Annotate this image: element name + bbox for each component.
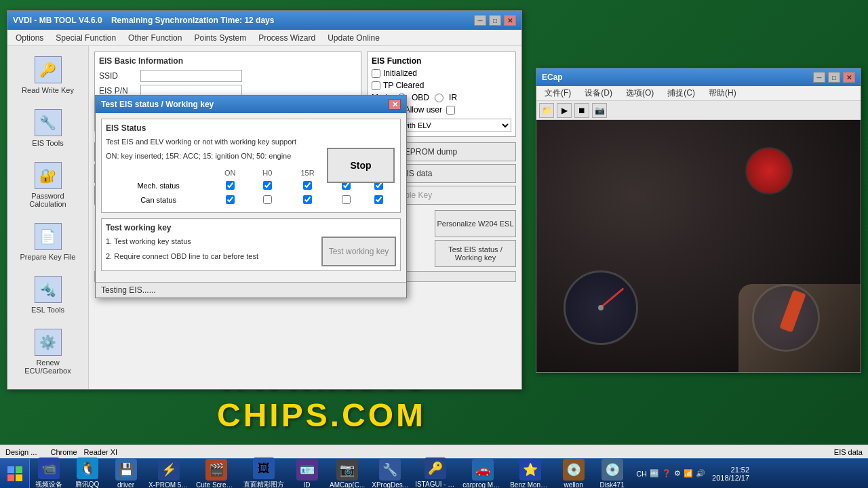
carprog-icon: 🚗 [472, 459, 494, 481]
can-on[interactable] [226, 195, 235, 204]
col-15r: 15R [285, 167, 329, 178]
svg-rect-0 [7, 466, 14, 473]
benz-label: Benz Monster [510, 481, 551, 489]
taskbar-app-qq[interactable]: 🐧 腾讯QQ [68, 456, 106, 488]
modal-titlebar: Test EIS status / Working key ✕ [96, 96, 406, 113]
modal-status-bar: Testing EIS...... [96, 282, 406, 298]
modal-close-button[interactable]: ✕ [389, 99, 401, 110]
clock-time: 21:52 [712, 466, 749, 474]
video-icon: 📹 [38, 458, 60, 479]
taskbar-app-disk471[interactable]: 💿 Disk471 [593, 458, 631, 489]
xprom-icon: ⚡ [158, 459, 180, 481]
taskbar-app-photo[interactable]: 🖼 直面精彩图方 [241, 456, 287, 488]
driver-label: driver [117, 481, 134, 489]
mech-15r[interactable] [303, 181, 312, 190]
wellon-icon: 💿 [563, 459, 585, 481]
cute-screen-label: Cute Screen Recorder [196, 481, 237, 489]
test-desc-2: 2. Require connect OBD line to car befor… [106, 251, 258, 262]
can-h0[interactable] [263, 195, 272, 204]
svg-rect-1 [16, 466, 22, 473]
disk471-icon: 💿 [601, 459, 623, 481]
taskbar-app-id[interactable]: 🪪 ID [288, 458, 326, 489]
carprog-label: carprog Monster [462, 481, 503, 489]
benz-icon: ⭐ [519, 459, 541, 481]
id-icon: 🪪 [296, 459, 318, 481]
modal-desc-1: Test EIS and ELV working or not with wor… [106, 137, 396, 147]
stop-button[interactable]: Stop [327, 148, 395, 183]
mech-h0[interactable] [263, 181, 272, 190]
can-15r[interactable] [303, 195, 312, 204]
taskbar-app-xprogdes[interactable]: 🔧 XProgDes... [369, 458, 411, 489]
taskbar-apps: 📹 视频设备 🐧 腾讯QQ 💾 driver ⚡ X-PROM 5.5.0 🎬 … [30, 456, 631, 488]
modal-title: Test EIS status / Working key [101, 100, 214, 109]
can-status-label: Can status [107, 194, 210, 207]
test-working-title: Test working key [106, 223, 396, 232]
driver-icon: 💾 [115, 459, 137, 481]
can-50[interactable] [374, 195, 383, 204]
clock: 21:52 2018/12/17 [708, 466, 753, 482]
test-working-key-button[interactable]: Test working key [321, 237, 396, 266]
test-desc-1: 1. Test working key status [106, 237, 258, 247]
id-label: ID [304, 481, 311, 489]
taskbar-volume: 🔊 [696, 469, 705, 478]
svg-rect-3 [16, 474, 22, 481]
start-button[interactable] [0, 459, 30, 489]
video-label: 视频设备 [35, 480, 62, 488]
photo-icon: 🖼 [253, 458, 275, 479]
taskbar-app-video[interactable]: 📹 视频设备 [30, 456, 67, 488]
windows-icon [7, 466, 23, 482]
amcap-label: AMCap(C... [330, 481, 365, 489]
svg-rect-2 [7, 474, 14, 481]
taskbar-app-cute-screen[interactable]: 🎬 Cute Screen Recorder [193, 458, 239, 489]
taskbar-app-driver[interactable]: 💾 driver [107, 458, 144, 489]
xprogdes-icon: 🔧 [379, 459, 401, 481]
amcap-icon: 📷 [336, 459, 358, 481]
taskbar-app-wellon[interactable]: 💿 wellon [555, 458, 592, 489]
taskbar-app-carprog[interactable]: 🚗 carprog Monster [460, 458, 506, 489]
qq-label: 腾讯QQ [75, 480, 100, 488]
can-15[interactable] [342, 195, 351, 204]
istagui-icon: 🔑 [425, 458, 446, 479]
test-eis-dialog: Test EIS status / Working key ✕ EIS Stat… [95, 95, 407, 298]
modal-overlay: Test EIS status / Working key ✕ EIS Stat… [0, 0, 868, 488]
taskbar: 📹 视频设备 🐧 腾讯QQ 💾 driver ⚡ X-PROM 5.5.0 🎬 … [0, 458, 868, 488]
taskbar-network: 📶 [684, 469, 693, 478]
xprogdes-label: XProgDes... [372, 481, 408, 489]
taskbar-app-istagui[interactable]: 🔑 ISTAGUI - CRC32 备... [412, 456, 458, 488]
clock-date: 2018/12/17 [712, 474, 749, 482]
desktop: WWW.AUTO-CHIPS.COM VVDI - MB TOOL V4.6.0… [0, 0, 868, 488]
istagui-label: ISTAGUI - CRC32 备... [415, 480, 456, 488]
taskbar-help: ❓ [662, 469, 671, 478]
modal-body: EIS Status Test EIS and ELV working or n… [96, 113, 406, 282]
photo-label: 直面精彩图方 [243, 480, 284, 488]
taskbar-app-amcap[interactable]: 📷 AMCap(C... [327, 458, 368, 489]
taskbar-app-xprom[interactable]: ⚡ X-PROM 5.5.0 [146, 458, 192, 489]
qq-icon: 🐧 [77, 458, 98, 479]
xprom-label: X-PROM 5.5.0 [149, 481, 189, 489]
taskbar-ch: CH [636, 470, 647, 478]
col-h0: H0 [250, 167, 284, 178]
col-on: ON [211, 167, 249, 178]
taskbar-settings: ⚙ [674, 469, 681, 478]
modal-status-text: Testing EIS...... [101, 285, 156, 295]
disk471-label: Disk471 [600, 481, 625, 489]
test-working-section: Test working key 1. Test working key sta… [101, 218, 401, 271]
wellon-label: wellon [564, 481, 583, 489]
taskbar-right: CH 🔤 ❓ ⚙ 📶 🔊 21:52 2018/12/17 [631, 466, 759, 482]
cute-screen-icon: 🎬 [205, 459, 227, 481]
mech-on[interactable] [226, 181, 235, 190]
taskbar-app-benz[interactable]: ⭐ Benz Monster [507, 458, 553, 489]
mech-status-label: Mech. status [107, 180, 210, 192]
taskbar-indicator1: 🔤 [650, 469, 659, 478]
eis-status-section: EIS Status Test EIS and ELV working or n… [101, 119, 401, 213]
eis-status-title: EIS Status [106, 123, 396, 133]
